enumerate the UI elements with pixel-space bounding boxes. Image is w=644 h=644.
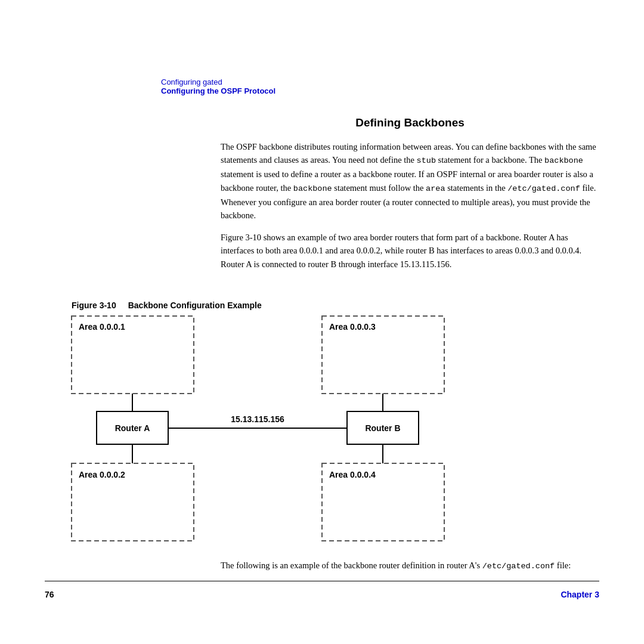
area-004-label: Area 0.0.0.4 — [329, 470, 376, 479]
area-003-label: Area 0.0.0.3 — [329, 322, 376, 332]
conf-code: /etc/gated.conf — [507, 184, 580, 193]
breadcrumb-line1: Configuring gated — [161, 78, 275, 86]
section-heading: Defining Backbones — [221, 116, 599, 129]
paragraph-2: Figure 3-10 shows an example of two area… — [221, 231, 599, 271]
p1-text-after-stub: statement for a backbone. The — [436, 155, 544, 165]
backbone-code-1: backbone — [544, 156, 583, 165]
area-code: area — [426, 184, 445, 193]
router-b-label: Router B — [365, 423, 400, 433]
area-001-label: Area 0.0.0.1 — [79, 322, 125, 332]
following-text-before: The following is an example of the backb… — [221, 561, 482, 570]
content-area: Defining Backbones The OSPF backbone dis… — [221, 116, 599, 279]
footer-line — [45, 581, 599, 581]
area-002-label: Area 0.0.0.2 — [79, 470, 125, 479]
diagram-area: Area 0.0.0.1 Area 0.0.0.3 Router A Route… — [66, 313, 495, 552]
connection-label: 15.13.115.156 — [231, 414, 284, 424]
p1-text-mid3: statements in the — [445, 183, 508, 193]
figure-title: Backbone Configuration Example — [128, 301, 262, 310]
breadcrumb: Configuring gated Configuring the OSPF P… — [161, 78, 275, 95]
following-conf-code: /etc/gated.conf — [482, 562, 555, 571]
breadcrumb-line2: Configuring the OSPF Protocol — [161, 86, 275, 95]
page: Configuring gated Configuring the OSPF P… — [0, 0, 644, 644]
footer-chapter-label: Chapter 3 — [561, 590, 599, 599]
backbone-code-2: backbone — [293, 184, 332, 193]
stub-code: stub — [417, 156, 436, 165]
router-a-label: Router A — [115, 423, 150, 433]
diagram-svg: Area 0.0.0.1 Area 0.0.0.3 Router A Route… — [66, 313, 495, 546]
figure-label: Figure 3-10 — [72, 301, 116, 310]
following-text-after: file: — [555, 561, 571, 570]
p1-text-mid2: statement must follow the — [332, 183, 426, 193]
footer-page-number: 76 — [45, 590, 54, 599]
following-text: The following is an example of the backb… — [221, 559, 599, 573]
figure-label-area: Figure 3-10 Backbone Configuration Examp… — [72, 301, 262, 310]
paragraph-1: The OSPF backbone distributes routing in… — [221, 140, 599, 222]
